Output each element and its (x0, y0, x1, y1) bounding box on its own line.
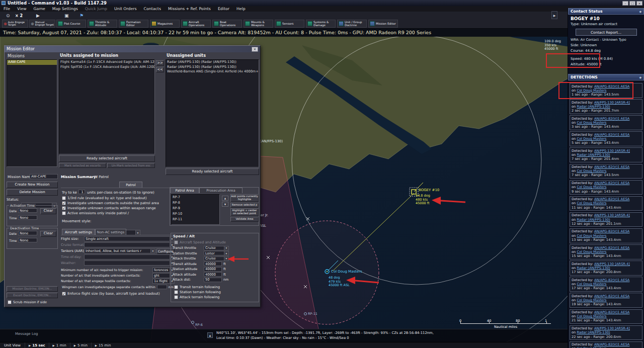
pin-icon[interactable]: ◆ (639, 75, 641, 79)
create-mission-button[interactable]: Create New Mission (7, 182, 58, 188)
close-button[interactable]: × (636, 1, 642, 6)
platform-link[interactable]: Col Doug Masters (577, 169, 606, 173)
throttle-select[interactable]: Loiter (204, 251, 229, 255)
toolbar-button[interactable]: Systems & Damage (306, 20, 336, 28)
sensor-link[interactable]: AN/APG-82(V)1 AESA (594, 84, 629, 89)
move-point-up-button[interactable]: ▲ (222, 196, 228, 201)
unit-view-label[interactable]: Unit View (0, 343, 25, 347)
platform-link[interactable]: Radar (AN/FPS-130) (577, 330, 610, 334)
mission-name-input[interactable]: AW-CAPE (30, 174, 58, 179)
move-to-unassigned-button[interactable]: >> (156, 60, 164, 66)
sensor-link[interactable]: AN/FPS-130 [ARSR-4] (594, 326, 630, 330)
unassigned-unit-item[interactable]: Radar (AN/FPS-130) (Radar (AN/FPS-130)) (166, 65, 259, 70)
ownship-name-label[interactable]: Col Doug Masters (331, 270, 362, 274)
mark-escorts-button[interactable]: Mark selected as escorts (59, 163, 106, 168)
flag-icon[interactable]: ⚑ (79, 13, 84, 19)
play-icon[interactable]: ▶ (36, 13, 40, 19)
patrol-option-checkbox[interactable]: Investigate unknown contacts within weap… (62, 206, 173, 211)
contact-report-button[interactable]: Contact Report... (576, 29, 637, 36)
checkbox-box[interactable] (62, 201, 66, 205)
deactivation-clear-button[interactable]: Clear (40, 231, 56, 237)
checkbox-box[interactable] (62, 206, 66, 210)
prosecution-area-tab[interactable]: Prosecution Area (199, 188, 243, 193)
unmark-escorts-button[interactable]: Un-Mark selected from esc (107, 163, 155, 168)
enforce-flight-size-checkbox[interactable]: Enforce flight size (by base, aircraft t… (62, 291, 160, 296)
sensor-link[interactable]: AN/APG-82(V)1 AESA (594, 181, 629, 185)
sensor-link[interactable]: AN/FPS-130 [ARSR-4] (594, 149, 630, 153)
altitude-input[interactable]: 40000 (204, 267, 222, 272)
reference-points-listbox[interactable]: RP-7RP-8RP-9RP-10RP-11 (171, 194, 220, 225)
platform-link[interactable]: Col Doug Masters (577, 121, 606, 125)
settings-field-select[interactable]: Inherited, Allow, but not tankers r (84, 248, 155, 253)
toolbar-button[interactable]: Mounts & Weapons (244, 20, 273, 28)
dialog-titlebar[interactable]: Mission Editor × (5, 46, 260, 52)
deactivation-time-input[interactable]: None (18, 238, 37, 242)
non-ac-settings-tab[interactable]: Non-AC settings (95, 229, 126, 235)
area-action-button[interactable]: Validate Area (230, 217, 259, 222)
reference-point-item[interactable]: RP-8 (172, 200, 219, 206)
sensor-link[interactable]: AN/FPS-130 [ARSR-4] (594, 262, 630, 266)
contact-status-header[interactable]: Contact Status ◆ (568, 8, 644, 15)
clock-icon[interactable]: ⊙ (6, 13, 10, 19)
sensor-link[interactable]: AN/APG-82(V)1 AESA (594, 246, 629, 250)
mission-editor-dialog[interactable]: Mission Editor × Missions AAW-CAPE Units… (4, 45, 261, 307)
patrol-option-checkbox[interactable]: Active emissions only inside patrol / (62, 211, 173, 216)
missions-listbox[interactable]: AAW-CAPE (7, 59, 57, 167)
sensor-link[interactable]: AN/APG-82(V)1 AESA (594, 294, 629, 298)
time-multiplier[interactable]: × 2 (15, 13, 23, 19)
activation-date-input[interactable]: None (18, 208, 37, 213)
ready-assigned-aircraft-button[interactable]: Ready selected aircraft (59, 155, 155, 162)
patrol-tab[interactable]: Patrol (119, 182, 142, 188)
sensor-link[interactable]: AN/APG-82(V)1 AESA (594, 278, 629, 282)
reference-point-item[interactable]: RP-7 (172, 195, 219, 200)
sensor-link[interactable]: AN/APG-82(V)1 AESA (594, 117, 629, 121)
maximize-button[interactable]: □ (629, 1, 635, 6)
assigned-units-listbox[interactable]: Flight Karma54 (1x F-15CX Advanced Eagle… (59, 59, 155, 154)
assigned-unit-item[interactable]: Flight Spiff30 (1x F-15CX Advanced Eagle… (59, 65, 154, 70)
sensor-link[interactable]: AN/APG-82(V)1 AESA (594, 229, 629, 233)
menu-item[interactable]: Quick Jump (82, 6, 111, 12)
platform-link[interactable]: Radar (AN/FPS-130) (577, 218, 610, 222)
toolbar-button[interactable]: Formation Editor (119, 20, 148, 28)
terrain-following-checkbox[interactable]: Transit terrain following (174, 285, 221, 290)
time-speed-option[interactable]: ▶ 15 min (91, 342, 115, 348)
pin-icon[interactable]: ◆ (639, 10, 641, 13)
ready-unassigned-aircraft-button[interactable]: Ready selected aircraft (166, 168, 259, 175)
titlebar[interactable]: Untitled - Command v1.03 - Build 1147.29… (0, 0, 644, 6)
menu-item[interactable]: View (14, 6, 30, 12)
altitude-input[interactable]: 40000 (204, 262, 222, 266)
platform-link[interactable]: Col Doug Masters (577, 137, 606, 141)
aircraft-settings-tab[interactable]: Aircraft settings (62, 229, 95, 235)
area-action-button[interactable]: Remove selected p (230, 203, 259, 208)
time-speed-option[interactable]: ▶ 15 sec (25, 342, 48, 348)
settings-field-select[interactable] (84, 260, 175, 266)
platform-link[interactable]: Col Doug Masters (577, 314, 606, 318)
terrain-following-checkbox[interactable]: Station terrain following (174, 290, 221, 295)
menu-item[interactable]: Help (233, 6, 249, 12)
sensor-link[interactable]: AN/APG-82(V)1 AESA (594, 342, 629, 346)
platform-link[interactable]: Col Doug Masters (577, 201, 606, 205)
reference-point-item[interactable]: RP-11 (172, 217, 219, 222)
platform-link[interactable]: Radar (AN/FPS-130) (577, 266, 610, 270)
escort-doctrine-button[interactable]: Escort Doctrine, EMCON... (7, 293, 58, 298)
platform-link[interactable]: Radar (AN/FPS-130) (577, 153, 610, 157)
toolbar-button[interactable]: Unit / Group Doctrine (337, 20, 367, 28)
camera-icon[interactable]: ▣ (64, 13, 69, 19)
settings-field-select[interactable] (84, 242, 175, 247)
sensor-link[interactable]: AN/APG-82(V)1 AESA (594, 310, 629, 314)
checkbox-box[interactable] (62, 196, 66, 200)
menu-item[interactable]: Missions + Ref. Points (165, 6, 214, 12)
menu-item[interactable]: Unit Orders (111, 6, 140, 12)
sensor-link[interactable]: AN/APG-82(V)1 AESA (594, 165, 629, 169)
area-action-button[interactable]: Highlight + center on selected point (230, 208, 259, 216)
unassigned-unit-item[interactable]: Radar (AN/FPS-130) (Radar (AN/FPS-130)) (166, 60, 259, 65)
settings-field-select[interactable]: Single aircraft (84, 236, 175, 241)
menu-item[interactable]: Game (30, 6, 49, 12)
menu-item[interactable]: Map Settings (49, 6, 82, 12)
manual-engage-button[interactable]: ⊕ Manual Engage Target (29, 20, 55, 28)
assigned-unit-item[interactable]: Flight Karma54 (1x F-15CX Advanced Eagle… (59, 60, 154, 65)
toolbar-button[interactable]: Aircraft Operations (181, 20, 211, 28)
reference-point-item[interactable]: RP-9 (172, 206, 219, 211)
patrol-option-checkbox[interactable]: 1/3rd rule (evaluated by a/c type and lo… (62, 196, 173, 201)
sensor-link[interactable]: AN/FPS-130 [ARSR-4] (594, 213, 630, 217)
